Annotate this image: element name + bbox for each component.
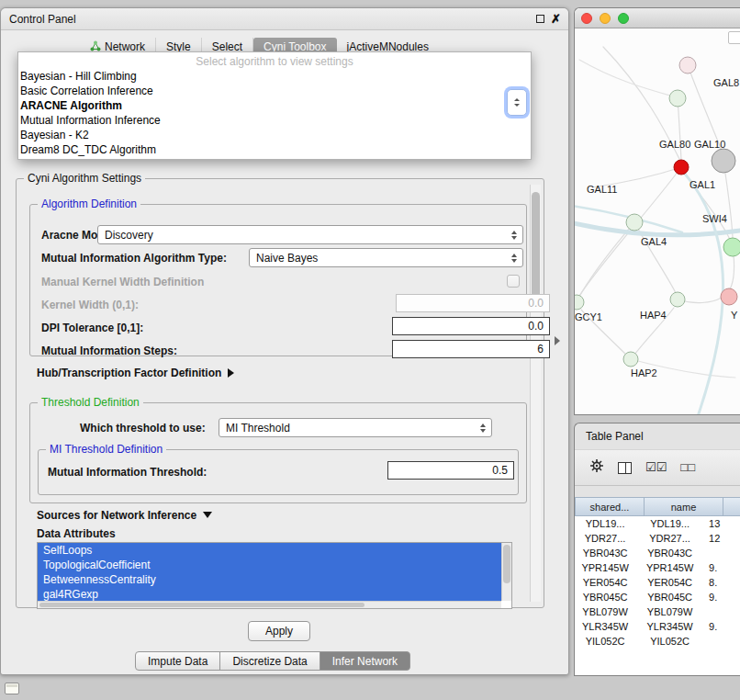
data-attribute-item[interactable]: gal4RGexp — [38, 587, 501, 602]
column-header-name[interactable]: name — [645, 497, 723, 516]
table-row[interactable]: YER054CYER054C8. — [575, 575, 740, 590]
mi-type-select[interactable]: Naive Bayes — [249, 248, 523, 267]
settings-group-title: Cyni Algorithm Settings — [24, 172, 145, 185]
mi-threshold-label: Mutual Information Threshold: — [48, 466, 207, 479]
algorithm-dropdown-popup: Select algorithm to view settings Bayesi… — [17, 51, 532, 160]
minimized-panel-icon[interactable] — [5, 683, 19, 694]
algorithm-option[interactable]: ARACNE Algorithm — [18, 98, 531, 113]
data-attribute-item[interactable]: TopologicalCoefficient — [38, 558, 501, 572]
algorithm-option[interactable]: Basic Correlation Inference — [18, 84, 531, 98]
table-row[interactable]: YPR145WYPR145W9. — [575, 560, 740, 575]
scrollbar-thumb[interactable] — [532, 192, 540, 310]
table-row[interactable]: YDL19...YDL19...13 — [575, 516, 740, 531]
table-row[interactable]: YBR045CYBR045C9. — [575, 590, 740, 604]
threshold-definition-group: Threshold Definition Which threshold to … — [29, 402, 527, 503]
network-node[interactable] — [670, 292, 685, 307]
tab-impute-data[interactable]: Impute Data — [135, 651, 220, 671]
dpi-tolerance-input[interactable]: 0.0 — [392, 317, 550, 335]
network-node[interactable] — [575, 295, 584, 310]
cyni-bottom-tabs: Impute Data Discretize Data Infer Networ… — [135, 651, 410, 671]
column-header-third[interactable] — [723, 497, 740, 516]
attr-list-hscrollbar[interactable] — [38, 601, 501, 608]
network-canvas[interactable]: GAL8GAL80GAL10GAL11GAL1SWI4GAL4GCY1HAP4Y… — [575, 28, 740, 415]
table-row[interactable]: YIL052CYIL052C — [575, 634, 740, 649]
settings-gear-icon[interactable] — [589, 458, 604, 477]
network-node[interactable] — [623, 352, 638, 367]
popup-placeholder: Select algorithm to view settings — [18, 54, 531, 69]
table-cell: YDL19... — [635, 518, 704, 529]
table-cell: 9. — [704, 592, 740, 603]
mi-threshold-input[interactable]: 0.5 — [387, 461, 514, 480]
scrollbar-thumb[interactable] — [503, 545, 510, 583]
aracne-mode-select[interactable]: Discovery — [97, 225, 523, 244]
algorithm-option[interactable]: Bayesian - Hill Climbing — [18, 69, 531, 84]
table-row[interactable]: YBR043CYBR043C — [575, 546, 740, 560]
birdseye-toggle[interactable] — [728, 31, 740, 44]
network-edge[interactable] — [678, 98, 681, 160]
zoom-button[interactable] — [618, 13, 629, 24]
minimize-button[interactable] — [600, 13, 611, 24]
network-node[interactable] — [721, 288, 737, 305]
data-attributes-list[interactable]: SelfLoopsTopologicalCoefficientBetweenne… — [37, 542, 512, 609]
algorithm-option[interactable]: Dream8 DC_TDC Algorithm — [18, 142, 531, 157]
algorithm-combo-stepper-focused[interactable] — [507, 89, 527, 116]
network-node-label: GAL1 — [690, 179, 715, 190]
network-node[interactable] — [669, 90, 686, 107]
network-edge[interactable] — [684, 173, 723, 415]
column-header-shared-name[interactable]: shared... — [575, 497, 645, 516]
table-cell: YIL052C — [635, 636, 704, 647]
table-cell: YBR043C — [575, 548, 635, 559]
table-cell: YDR27... — [635, 533, 704, 544]
table-body: YDL19...YDL19...13YDR27...YDR27...12YBR0… — [575, 516, 740, 675]
which-threshold-value: MI Threshold — [226, 422, 290, 435]
scrollbar-thumb[interactable] — [39, 603, 364, 607]
table-cell: YBR043C — [635, 548, 704, 559]
network-edge[interactable] — [579, 60, 670, 96]
network-window-titlebar[interactable] — [575, 8, 740, 28]
data-attribute-item[interactable]: SelfLoops — [38, 543, 501, 558]
sources-expander[interactable]: Sources for Network Inference — [37, 509, 212, 522]
table-row[interactable]: YLR345WYLR345W9. — [575, 619, 740, 634]
which-threshold-select[interactable]: MI Threshold — [219, 418, 492, 437]
algorithm-option[interactable]: Mutual Information Inference — [18, 113, 531, 128]
apply-button[interactable]: Apply — [248, 621, 310, 641]
manual-kernel-checkbox[interactable] — [507, 275, 520, 288]
table-cell: YBL079W — [575, 606, 635, 617]
table-cell: 9. — [704, 562, 740, 573]
table-cell: YLR345W — [635, 621, 704, 632]
table-row[interactable]: YBL079WYBL079W — [575, 604, 740, 619]
network-node-label: GAL8 — [713, 77, 739, 88]
table-panel-title: Table Panel — [586, 430, 644, 443]
float-window-icon[interactable] — [536, 15, 544, 23]
network-node[interactable] — [626, 214, 643, 231]
network-node-label: SWI4 — [702, 213, 727, 224]
attr-list-vscrollbar[interactable] — [501, 543, 511, 601]
table-row[interactable]: YDR27...YDR27...12 — [575, 531, 740, 546]
hub-definition-expander[interactable]: Hub/Transcription Factor Definition — [37, 367, 234, 379]
table-cell: YDR27... — [575, 533, 635, 544]
control-panel-titlebar[interactable]: Control Panel — [1, 8, 568, 30]
network-node-label: Y — [731, 310, 738, 321]
tab-discretize-data[interactable]: Discretize Data — [219, 651, 320, 671]
unselect-all-columns-icon[interactable]: □□ — [680, 461, 695, 474]
algorithm-option[interactable]: Bayesian - K2 — [18, 128, 531, 142]
select-all-columns-icon[interactable]: ☑☑ — [645, 461, 667, 474]
sources-label: Sources for Network Inference — [37, 509, 196, 522]
mi-steps-input[interactable]: 6 — [392, 340, 550, 358]
network-node-label: GAL4 — [641, 236, 667, 247]
tab-infer-network[interactable]: Infer Network — [320, 651, 410, 671]
network-node[interactable] — [723, 238, 740, 256]
table-cell: 9. — [704, 621, 740, 632]
network-node[interactable] — [679, 57, 696, 73]
close-icon[interactable]: ✗ — [551, 13, 561, 25]
data-attribute-item[interactable]: BetweennessCentrality — [38, 572, 501, 587]
network-node[interactable] — [712, 149, 735, 173]
tab-label: Infer Network — [332, 655, 398, 668]
close-button[interactable] — [581, 13, 592, 24]
splitter-arrow-icon[interactable] — [555, 336, 560, 345]
settings-scrollbar[interactable] — [530, 185, 541, 602]
show-columns-icon[interactable] — [618, 462, 632, 474]
network-node-label: GAL10 — [694, 139, 725, 150]
network-node[interactable] — [674, 160, 689, 175]
table-cell: YDL19... — [575, 518, 635, 529]
